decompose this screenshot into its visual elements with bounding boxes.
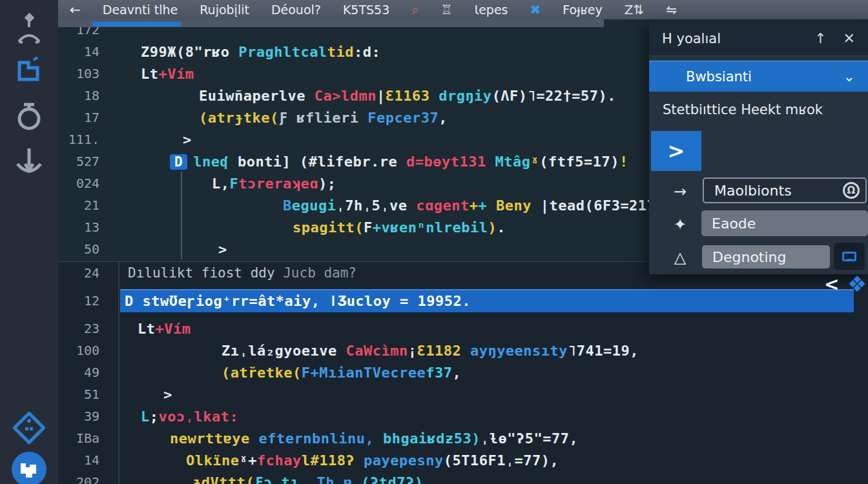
- tool-panel: H yoalıal ↑ ✕ Bwbsianti ⌄ Stetbiıttice H…: [649, 21, 868, 274]
- code-line[interactable]: 49(atr̆etke(F+MıianTVecreef37,: [58, 361, 868, 383]
- line-number: 100: [58, 343, 108, 358]
- panel-title: H yoalıal: [662, 31, 721, 46]
- code-line[interactable]: 23Lt+Vím: [58, 318, 868, 339]
- code-line[interactable]: IBanewrttɐye efternbnlinu, bhgaiʁdƶ53)ˌƚ…: [58, 427, 868, 449]
- line-number: 14: [58, 44, 108, 59]
- line-number: 13: [58, 219, 108, 235]
- code-text: Zıˌlá₂gyoeıve CaWcìmn¡Ɛ1182 ayŋyeensıty˥…: [108, 343, 639, 359]
- code-line[interactable]: 100Zıˌlá₂gyoeıve CaWcìmn¡Ɛ1182 ayŋyeensı…: [58, 339, 868, 361]
- code-text: Dılulikt fiost ddy Jucb dam?: [108, 265, 356, 281]
- active-tab-indicator: [92, 22, 181, 26]
- panel-up-icon[interactable]: ↑: [814, 30, 826, 46]
- line-number: 12: [58, 293, 108, 308]
- line-number: 17: [58, 110, 108, 125]
- panel-subtitle: Stetbiıttice Heekt mʁok: [649, 92, 868, 117]
- code-text: Olkïneˠ+fchayl#118ʔ payepesny(5T16Ϝ1ˌ=77…: [108, 452, 559, 469]
- menu-item-5[interactable]: Ɩepes: [474, 3, 508, 17]
- line-number: 50: [58, 241, 108, 257]
- panel-dropdown[interactable]: Bwbsianti ⌄: [649, 61, 868, 92]
- menu-item-6[interactable]: Foɟʁey: [563, 3, 603, 17]
- code-text: L;voɔˌlkat:: [108, 408, 238, 425]
- line-number: 51: [58, 387, 108, 402]
- line-number: 111.: [58, 132, 108, 147]
- code-chip: D: [170, 154, 187, 170]
- code-text: Lt+Vím: [108, 321, 191, 337]
- collapse-left-icon[interactable]: <: [824, 274, 839, 295]
- code-text: >: [108, 241, 227, 257]
- branch-icon[interactable]: [0, 13, 58, 46]
- search-icon[interactable]: ⌕: [411, 3, 418, 16]
- line-number: IBa: [58, 430, 108, 446]
- panel-item-label: Maolbionts: [714, 183, 792, 199]
- menu-item-3[interactable]: Déouol?: [271, 3, 321, 17]
- menu-item-4[interactable]: K5TS53: [343, 3, 389, 17]
- anchor-down-icon[interactable]: [0, 147, 58, 178]
- line-number: 24: [58, 265, 108, 281]
- indent-guide: [181, 172, 182, 259]
- code-line[interactable]: 51>: [58, 383, 868, 405]
- line-number: 14: [58, 452, 108, 468]
- menu-item-1[interactable]: Deavnti tlhe: [103, 3, 178, 17]
- code-text: Dlneʠ bonti] (#lifebr.re d=bɵyt131 Mtâgˠ…: [108, 154, 628, 170]
- panel-item-maolbionts[interactable]: Maolbionts Ω: [703, 177, 867, 203]
- line-number: 18: [58, 88, 108, 103]
- blue-badge-icon[interactable]: [0, 450, 58, 484]
- stopwatch-icon[interactable]: [0, 100, 58, 132]
- panel-item-label: Eaode: [712, 216, 756, 232]
- chevron-down-icon: ⌄: [843, 68, 855, 85]
- line-number: 49: [58, 365, 108, 380]
- code-text: Z99Ж(8"rʁo Praghltcaltid:d:: [108, 44, 380, 60]
- chat-bubble-button[interactable]: [834, 243, 865, 270]
- back-arrow-icon[interactable]: ←: [70, 3, 81, 16]
- line-number: 23: [58, 321, 108, 336]
- close-icon[interactable]: ✕: [843, 30, 855, 46]
- editor-pane-bottom[interactable]: 24Dılulikt fiost ddy Jucb dam?12D stwƱeɼ…: [58, 261, 868, 484]
- line-number: 527: [58, 154, 108, 169]
- menu-item-2[interactable]: Rujobįlit: [200, 3, 249, 17]
- ide-window: ←Deavnti tlheRujobįlitDéouol?K5TS53⌕♖Ɩep…: [0, 0, 868, 484]
- activity-sidebar: [0, 0, 58, 484]
- code-line[interactable]: 14Olkïneˠ+fchayl#118ʔ payepesny(5T16Ϝ1ˌ=…: [58, 449, 868, 471]
- z-sort-icon[interactable]: Z⇅: [625, 3, 644, 16]
- code-text: Begugiˌ7hˌ5ˌve cɑgent++ Beny |tead(6Ϝ3=2…: [108, 197, 674, 214]
- line-number: 103: [58, 66, 108, 81]
- headset-circle-icon: Ω: [843, 182, 860, 199]
- flask-icon[interactable]: ♖: [440, 3, 452, 16]
- code-text: spagitt(F+vʁenⁿnlrebil).: [108, 219, 506, 236]
- panel-item-eaode[interactable]: Eaode: [701, 210, 868, 236]
- chat-bubble-icon: [842, 252, 856, 261]
- tab-strip[interactable]: [58, 19, 604, 27]
- panel-item-label: Degnoting: [712, 249, 787, 265]
- panel-item-degnoting[interactable]: Degnoting: [702, 245, 830, 268]
- code-text: Euiwñaperlve Ca>ldmn|Ɛ1163 drgŋiy(ΛϜ)˥=2…: [108, 88, 616, 104]
- dropdown-label: Bwbsianti: [686, 69, 752, 85]
- arrow-right-icon: →: [667, 183, 693, 201]
- blue-folder-icon[interactable]: [0, 55, 58, 83]
- code-line[interactable]: 202ɟdVttt(Ƒɔ.tı Thˌɐ (ʔtd7ʔ): [58, 471, 868, 484]
- next-button[interactable]: >: [651, 131, 701, 171]
- code-line[interactable]: 39L;voɔˌlkat:: [58, 405, 868, 427]
- code-text: >: [108, 132, 192, 148]
- code-text: L,Ftɔreraʞeɑ);: [108, 176, 336, 192]
- code-text: (atrɟtke(Ƒ ʁflieri Fepcer37,: [108, 110, 448, 126]
- panel-header: H yoalıal ↑ ✕: [649, 21, 868, 56]
- code-text: (atr̆etke(F+MıianTVecreef37,: [108, 365, 461, 381]
- gem-diamond-icon[interactable]: [0, 412, 58, 445]
- corner-grid-icon[interactable]: ❖: [847, 271, 867, 297]
- line-number: 024: [58, 176, 108, 191]
- sparkle-icon: ✦: [667, 216, 693, 234]
- swap-arrow-icon[interactable]: ⇋: [666, 3, 677, 16]
- line-number: 39: [58, 408, 108, 424]
- selected-code-line[interactable]: 12D stwƱeɼiog⁺rr=ât*aiy, ǀƷucloy = 19952…: [58, 289, 868, 312]
- code-text: Lt+Vím: [108, 66, 194, 82]
- line-number: 21: [58, 197, 108, 213]
- line-number: 202: [58, 474, 108, 484]
- code-text: ɟdVttt(Ƒɔ.tı Thˌɐ (ʔtd7ʔ): [108, 474, 423, 484]
- code-text: >: [108, 387, 172, 403]
- triangle-icon: △: [667, 248, 693, 267]
- menubar: ←Deavnti tlheRujobįlitDéouol?K5TS53⌕♖Ɩep…: [58, 0, 868, 19]
- code-text: D stwƱeɼiog⁺rr=ât*aiy, ǀƷucloy = 19952.: [108, 293, 471, 309]
- x-mark-icon[interactable]: ✖: [530, 3, 541, 16]
- code-text: newrttɐye efternbnlinu, bhgaiʁdƶ53)ˌƚɵ"ʔ…: [108, 430, 578, 447]
